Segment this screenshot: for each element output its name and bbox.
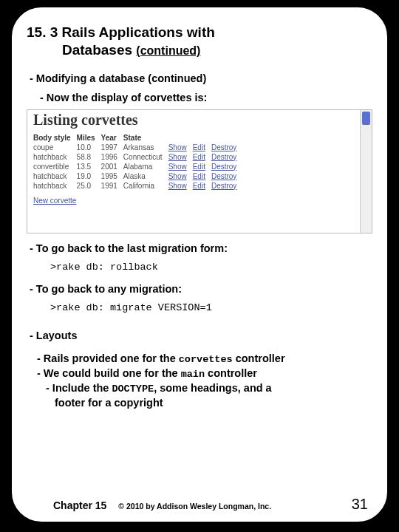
destroy-link[interactable]: Destroy <box>211 163 236 171</box>
layouts-block: - Rails provided one for the corvettes c… <box>37 352 372 411</box>
cell-state: Connecticut <box>123 152 168 162</box>
edit-link[interactable]: Edit <box>193 182 205 190</box>
cell-miles: 19.0 <box>77 171 101 181</box>
table-header-row: Body style Miles Year State <box>33 133 242 143</box>
bullet-display: - Now the display of corvettes is: <box>40 92 372 103</box>
cell-state: Alaska <box>123 171 168 181</box>
footer-page: 31 <box>352 496 368 513</box>
edit-link[interactable]: Edit <box>193 143 205 151</box>
col-bodystyle: Body style <box>33 133 77 143</box>
cell-year: 1997 <box>101 143 123 152</box>
layouts-line-1: - Rails provided one for the corvettes c… <box>37 352 372 366</box>
cell-year: 2001 <box>101 162 123 171</box>
edit-link[interactable]: Edit <box>193 172 205 180</box>
edit-link[interactable]: Edit <box>193 153 205 161</box>
cell-body: hatchback <box>33 171 77 181</box>
cell-state: Alabama <box>123 162 168 171</box>
cell-body: hatchback <box>33 181 77 191</box>
show-link[interactable]: Show <box>168 172 187 180</box>
layouts-line-2: - We could build one for the main contro… <box>37 366 372 381</box>
show-link[interactable]: Show <box>168 153 187 161</box>
code-migrate: >rake db: migrate VERSION=1 <box>50 302 372 313</box>
screenshot-content: Listing corvettes Body style Miles Year … <box>27 110 372 209</box>
bullet-goback-any: - To go back to any migration: <box>30 283 372 295</box>
cell-body: coupe <box>33 143 77 152</box>
slide-footer: Chapter 15 © 2010 by Addison Wesley Long… <box>12 496 387 513</box>
cell-year: 1996 <box>101 152 123 162</box>
destroy-link[interactable]: Destroy <box>211 172 236 180</box>
show-link[interactable]: Show <box>168 163 187 171</box>
embedded-screenshot: Listing corvettes Body style Miles Year … <box>27 109 372 233</box>
table-row: convertible13.52001AlabamaShowEditDestro… <box>33 162 242 171</box>
footer-chapter: Chapter 15 <box>53 499 106 511</box>
col-miles: Miles <box>77 133 101 143</box>
layouts-line-4: footer for a copyright <box>55 396 372 411</box>
table-row: hatchback25.01991CaliforniaShowEditDestr… <box>33 181 242 191</box>
table-row: hatchback58.81996ConnecticutShowEditDest… <box>33 152 242 162</box>
footer-copyright: © 2010 by Addison Wesley Longman, Inc. <box>118 502 351 511</box>
bullet-layouts: - Layouts <box>30 330 372 341</box>
cell-year: 1995 <box>101 171 123 181</box>
bullet-modifying: - Modifying a database (continued) <box>30 72 372 84</box>
corvettes-table: Body style Miles Year State coupe10.0199… <box>33 133 242 191</box>
cell-miles: 10.0 <box>77 143 101 152</box>
cell-year: 1991 <box>101 181 123 191</box>
destroy-link[interactable]: Destroy <box>211 153 236 161</box>
title-line1: Rails Applications with <box>62 24 215 40</box>
edit-link[interactable]: Edit <box>193 163 205 171</box>
layouts-line-3: - Include the DOCTYPE, some headings, an… <box>46 381 372 396</box>
destroy-link[interactable]: Destroy <box>211 143 236 151</box>
cell-miles: 25.0 <box>77 181 101 191</box>
bullet-goback-last: - To go back to the last migration form: <box>30 242 372 254</box>
title-continued: (continued) <box>136 44 200 57</box>
listing-heading: Listing corvettes <box>33 112 366 129</box>
slide-title: 15. 3 Rails Applications with Databases … <box>27 24 372 59</box>
show-link[interactable]: Show <box>168 182 187 190</box>
title-number: 15. 3 <box>27 24 58 40</box>
title-line2: Databases <box>62 42 132 58</box>
destroy-link[interactable]: Destroy <box>211 182 236 190</box>
cell-body: convertible <box>33 162 77 171</box>
cell-miles: 13.5 <box>77 162 101 171</box>
cell-body: hatchback <box>33 152 77 162</box>
new-corvette-link[interactable]: New corvette <box>33 197 76 205</box>
col-state: State <box>123 133 168 143</box>
col-year: Year <box>101 133 123 143</box>
cell-state: Arkansas <box>123 143 168 152</box>
show-link[interactable]: Show <box>168 143 187 151</box>
cell-miles: 58.8 <box>77 152 101 162</box>
cell-state: California <box>123 181 168 191</box>
code-rollback: >rake db: rollback <box>50 262 372 273</box>
table-row: hatchback19.01995AlaskaShowEditDestroy <box>33 171 242 181</box>
table-row: coupe10.01997ArkansasShowEditDestroy <box>33 143 242 152</box>
slide-page: 15. 3 Rails Applications with Databases … <box>10 6 389 523</box>
